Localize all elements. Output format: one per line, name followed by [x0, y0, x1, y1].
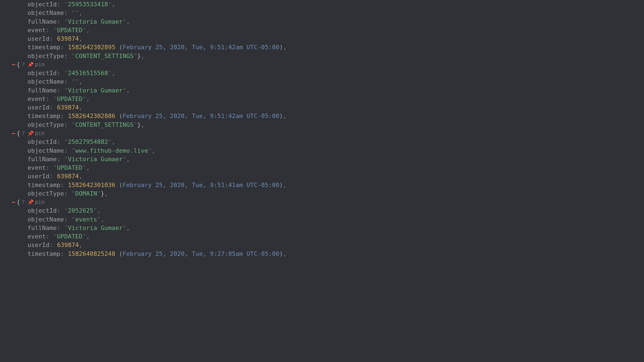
json-property: event: "UPDATED", — [17, 163, 644, 172]
object-open-row: −{7📌pin — [17, 60, 644, 69]
json-property: event: "UPDATED", — [17, 95, 644, 103]
number-value: 639874 — [57, 242, 79, 248]
property-key: objectId — [28, 70, 57, 76]
property-key: objectId — [28, 138, 57, 145]
timestamp-readable: February 25, 2020, Tue, 9:27:05am UTC-05… — [122, 250, 279, 257]
string-value: UPDATED — [57, 27, 83, 34]
pin-label[interactable]: pin — [35, 199, 45, 205]
property-key: objectName — [28, 216, 64, 223]
collapse-toggle-icon[interactable]: − — [12, 130, 15, 137]
json-viewer: objectId: "25953533418",objectName: "",f… — [0, 0, 644, 258]
json-property: objectName: "events", — [17, 215, 644, 224]
json-property: userId: 639874, — [17, 172, 644, 180]
string-value: Victoria Gumaer — [68, 224, 123, 231]
json-property: objectId: "25953533418", — [17, 0, 644, 9]
property-key: objectId — [28, 1, 57, 8]
string-value: UPDATED — [57, 95, 83, 102]
property-key: objectType — [28, 53, 64, 59]
entry-count: 7 — [22, 199, 25, 205]
property-key: fullName — [28, 87, 57, 94]
brace-close: } — [137, 121, 141, 128]
string-value: 25027954882 — [68, 138, 108, 145]
brace-open: { — [17, 61, 20, 68]
brace-open: { — [17, 130, 20, 137]
collapse-toggle-icon[interactable]: − — [12, 198, 15, 206]
string-value: 25953533418 — [68, 1, 108, 8]
entry-count: 7 — [22, 62, 25, 67]
collapse-toggle-icon[interactable]: − — [12, 61, 15, 68]
json-property: timestamp: 1582640825248 (February 25, 2… — [17, 249, 644, 258]
string-value: Victoria Gumaer — [68, 156, 123, 163]
property-key: timestamp — [28, 113, 60, 119]
timestamp-readable: February 25, 2020, Tue, 9:51:41am UTC-05… — [122, 182, 279, 188]
number-value: 1582640825248 — [68, 250, 115, 257]
json-property: timestamp: 1582642302886 (February 25, 2… — [17, 112, 644, 120]
object-open-row: −{7📌pin — [17, 198, 644, 206]
json-property: userId: 639874, — [17, 241, 644, 249]
property-key: event — [28, 233, 46, 240]
property-key: userId — [28, 173, 49, 180]
number-value: 1582642302886 — [68, 113, 115, 119]
json-property: userId: 639874, — [17, 34, 644, 43]
property-key: objectId — [28, 207, 57, 214]
string-value: UPDATED — [57, 164, 83, 171]
property-key: event — [28, 27, 46, 34]
number-value: 1582642302895 — [68, 44, 115, 51]
entry-count: 7 — [22, 130, 25, 136]
property-key: timestamp — [28, 250, 60, 257]
number-value: 639874 — [57, 173, 79, 180]
number-value: 1582642301036 — [68, 182, 115, 188]
json-property: fullName: "Victoria Gumaer", — [17, 86, 644, 95]
property-key: timestamp — [28, 44, 60, 51]
pin-icon[interactable]: 📌 — [28, 199, 34, 205]
json-property: objectId: "2052625", — [17, 206, 644, 215]
property-key: objectType — [28, 190, 64, 197]
property-key: objectName — [28, 9, 64, 16]
json-property: objectType: "DOMAIN"}, — [17, 189, 644, 198]
string-value: 24516515568 — [68, 70, 108, 76]
property-key: event — [28, 95, 46, 102]
property-key: objectName — [28, 78, 64, 85]
number-value: 639874 — [57, 35, 79, 42]
pin-icon[interactable]: 📌 — [28, 130, 34, 136]
property-key: timestamp — [28, 182, 60, 188]
string-value: www.fithub-demo.live — [75, 147, 148, 154]
property-key: fullName — [28, 18, 57, 25]
string-value: CONTENT_SETTINGS — [75, 53, 133, 59]
json-property: timestamp: 1582642301036 (February 25, 2… — [17, 181, 644, 189]
string-value: CONTENT_SETTINGS — [75, 121, 133, 128]
json-property: objectName: "", — [17, 9, 644, 17]
json-property: objectName: "", — [17, 77, 644, 86]
string-value: UPDATED — [57, 233, 83, 240]
pin-icon[interactable]: 📌 — [28, 62, 34, 67]
property-key: objectName — [28, 147, 64, 154]
string-value: events — [75, 216, 97, 223]
number-value: 639874 — [57, 104, 79, 111]
property-key: userId — [28, 104, 49, 111]
json-property: objectId: "25027954882", — [17, 138, 644, 146]
json-property: event: "UPDATED", — [17, 26, 644, 34]
string-value: Victoria Gumaer — [68, 18, 123, 25]
brace-close: } — [137, 53, 141, 59]
object-open-row: −{7📌pin — [17, 129, 644, 138]
property-key: fullName — [28, 156, 57, 163]
json-property: fullName: "Victoria Gumaer", — [17, 224, 644, 232]
pin-label[interactable]: pin — [35, 61, 45, 68]
timestamp-readable: February 25, 2020, Tue, 9:51:42am UTC-05… — [122, 113, 279, 119]
json-property: objectName: "www.fithub-demo.live", — [17, 146, 644, 155]
property-key: event — [28, 164, 46, 171]
pin-label[interactable]: pin — [35, 130, 45, 136]
property-key: userId — [28, 35, 49, 42]
json-property: event: "UPDATED", — [17, 232, 644, 241]
json-property: fullName: "Victoria Gumaer", — [17, 155, 644, 163]
property-key: userId — [28, 242, 49, 248]
json-property: userId: 639874, — [17, 103, 644, 112]
json-property: timestamp: 1582642302895 (February 25, 2… — [17, 43, 644, 51]
timestamp-readable: February 25, 2020, Tue, 9:51:42am UTC-05… — [122, 44, 279, 51]
string-value: DOMAIN — [75, 190, 97, 197]
json-property: objectType: "CONTENT_SETTINGS"}, — [17, 120, 644, 129]
json-property: objectType: "CONTENT_SETTINGS"}, — [17, 52, 644, 60]
property-key: objectType — [28, 121, 64, 128]
json-property: objectId: "24516515568", — [17, 69, 644, 77]
brace-open: { — [17, 199, 20, 205]
